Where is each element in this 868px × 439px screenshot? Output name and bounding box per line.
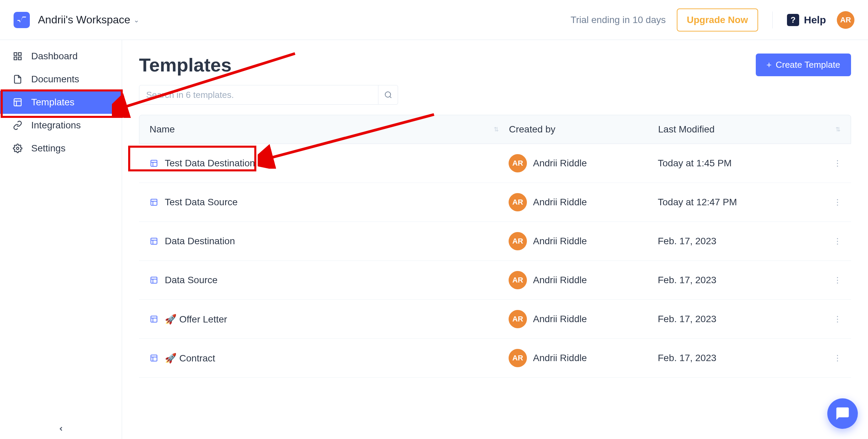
sidebar-item-settings[interactable]: Settings [0, 137, 122, 160]
row-actions-button[interactable]: ⋮ [833, 197, 841, 207]
cell-name: 🚀 Contract [149, 353, 509, 364]
template-name: Test Data Source [165, 197, 238, 208]
svg-rect-4 [14, 99, 21, 106]
modified-date: Feb. 17, 2023 [658, 236, 716, 247]
template-icon [149, 159, 159, 168]
template-name: Data Source [165, 275, 218, 286]
sidebar-item-label: Templates [31, 97, 75, 108]
page-title: Templates [139, 54, 232, 76]
column-header-name[interactable]: Name ⇅ [150, 124, 509, 135]
table-body: Test Data Destination AR Andrii Riddle T… [139, 144, 851, 378]
chevron-down-icon: ⌄ [134, 16, 139, 24]
page-header-row: Templates + Create Template [139, 54, 851, 76]
column-header-last-modified[interactable]: Last Modified ⇅ [658, 124, 841, 135]
table-row[interactable]: Data Destination AR Andrii Riddle Feb. 1… [139, 222, 851, 261]
search-row [139, 85, 851, 105]
creator-avatar: AR [509, 232, 527, 250]
workspace-selector[interactable]: Andrii's Workspace ⌄ [38, 14, 139, 26]
upgrade-button[interactable]: Upgrade Now [677, 8, 758, 32]
cell-name: Data Destination [149, 236, 509, 247]
creator-name: Andrii Riddle [533, 158, 587, 169]
template-name: 🚀 Offer Letter [165, 314, 227, 325]
cell-created-by: AR Andrii Riddle [509, 154, 658, 172]
logo-block: Andrii's Workspace ⌄ [14, 12, 139, 28]
search-input[interactable] [139, 85, 378, 105]
svg-rect-13 [151, 199, 157, 205]
template-name: 🚀 Contract [165, 353, 215, 364]
sidebar-item-label: Integrations [31, 120, 81, 131]
creator-avatar: AR [509, 310, 527, 328]
sort-icon: ⇅ [494, 126, 499, 133]
sidebar-item-templates[interactable]: Templates [0, 91, 122, 114]
cell-last-modified: Feb. 17, 2023 [658, 353, 841, 363]
svg-rect-25 [151, 355, 157, 361]
sidebar-item-documents[interactable]: Documents [0, 68, 122, 91]
help-icon: ? [787, 14, 799, 26]
cell-last-modified: Feb. 17, 2023 [658, 275, 841, 286]
cell-last-modified: Today at 12:47 PM [658, 197, 841, 208]
app-logo[interactable] [14, 12, 30, 28]
help-label: Help [804, 14, 826, 26]
dashboard-icon [12, 51, 23, 62]
create-template-label: Create Template [776, 60, 840, 70]
row-actions-button[interactable]: ⋮ [833, 353, 841, 363]
column-header-created-by: Created by [509, 124, 658, 135]
separator [772, 12, 773, 28]
cell-last-modified: Feb. 17, 2023 [658, 236, 841, 247]
table-row[interactable]: Test Data Source AR Andrii Riddle Today … [139, 183, 851, 222]
table-row[interactable]: 🚀 Offer Letter AR Andrii Riddle Feb. 17,… [139, 300, 851, 339]
creator-name: Andrii Riddle [533, 314, 587, 325]
cell-last-modified: Feb. 17, 2023 [658, 314, 841, 325]
template-icon [149, 353, 159, 363]
row-actions-button[interactable]: ⋮ [833, 159, 841, 168]
table-row[interactable]: Test Data Destination AR Andrii Riddle T… [139, 144, 851, 183]
create-template-button[interactable]: + Create Template [756, 54, 851, 76]
cell-created-by: AR Andrii Riddle [509, 310, 658, 328]
svg-rect-16 [151, 238, 157, 244]
creator-name: Andrii Riddle [533, 353, 587, 363]
settings-icon [12, 143, 23, 154]
workspace-name: Andrii's Workspace [38, 14, 130, 26]
svg-rect-0 [14, 53, 17, 56]
cell-name: Data Source [149, 275, 509, 286]
cell-name: Test Data Source [149, 197, 509, 208]
modified-date: Today at 1:45 PM [658, 158, 732, 169]
table-row[interactable]: 🚀 Contract AR Andrii Riddle Feb. 17, 202… [139, 339, 851, 378]
svg-rect-2 [14, 57, 17, 60]
row-actions-button[interactable]: ⋮ [833, 275, 841, 285]
help-button[interactable]: ? Help [787, 14, 826, 26]
table-row[interactable]: Data Source AR Andrii Riddle Feb. 17, 20… [139, 261, 851, 300]
creator-avatar: AR [509, 349, 527, 367]
modified-date: Feb. 17, 2023 [658, 353, 716, 363]
creator-avatar: AR [509, 193, 527, 211]
user-avatar[interactable]: AR [837, 11, 854, 29]
sidebar-item-dashboard[interactable]: Dashboard [0, 45, 122, 68]
sidebar-item-label: Settings [31, 143, 65, 154]
trial-status: Trial ending in 10 days [571, 15, 666, 25]
template-icon [149, 197, 159, 207]
svg-line-9 [390, 97, 391, 98]
cell-name: Test Data Destination [149, 158, 509, 169]
modified-date: Feb. 17, 2023 [658, 275, 716, 286]
template-icon [149, 314, 159, 324]
cell-name: 🚀 Offer Letter [149, 314, 509, 325]
templates-table: Name ⇅ Created by Last Modified ⇅ Test D… [139, 115, 851, 378]
template-name: Data Destination [165, 236, 235, 247]
collapse-sidebar-button[interactable] [58, 425, 64, 432]
row-actions-button[interactable]: ⋮ [833, 314, 841, 324]
templates-icon [12, 97, 23, 108]
chat-widget-button[interactable] [827, 398, 858, 429]
cell-created-by: AR Andrii Riddle [509, 232, 658, 250]
svg-point-7 [17, 147, 19, 150]
main-content: Templates + Create Template Name ⇅ [122, 40, 868, 439]
creator-avatar: AR [509, 154, 527, 172]
sidebar-item-integrations[interactable]: Integrations [0, 114, 122, 137]
svg-rect-3 [18, 57, 21, 60]
sort-icon: ⇅ [835, 126, 841, 133]
creator-name: Andrii Riddle [533, 236, 587, 247]
row-actions-button[interactable]: ⋮ [833, 236, 841, 246]
svg-rect-10 [151, 160, 157, 166]
document-icon [12, 74, 23, 85]
header: Andrii's Workspace ⌄ Trial ending in 10 … [0, 0, 868, 40]
search-button[interactable] [378, 85, 398, 105]
